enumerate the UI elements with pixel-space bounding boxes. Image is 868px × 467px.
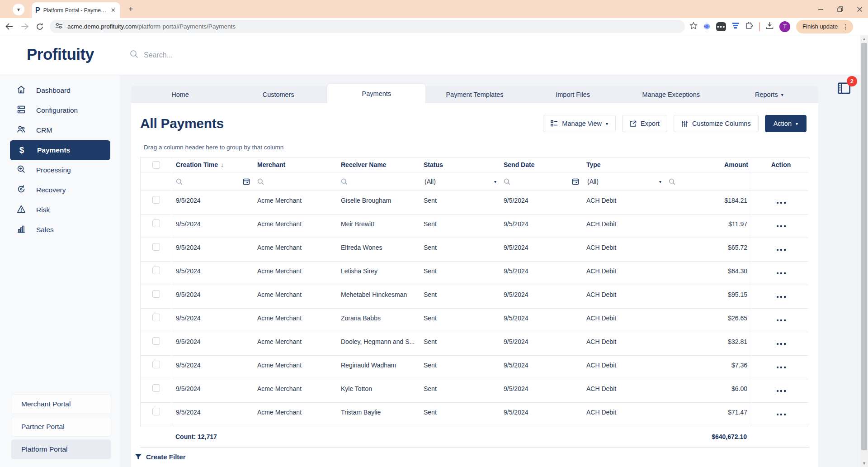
- filter-merchant[interactable]: [254, 172, 337, 191]
- new-tab-button[interactable]: +: [128, 5, 133, 14]
- row-checkbox[interactable]: [152, 219, 160, 227]
- extension-chip-icon[interactable]: ●●●: [716, 22, 726, 31]
- sidebar-item-risk[interactable]: Risk: [0, 200, 120, 220]
- extension-snowflake-icon[interactable]: ✺: [703, 22, 710, 32]
- cell-receiver-name: Zorana Babbs: [337, 309, 420, 332]
- window-minimize-button[interactable]: [818, 6, 824, 12]
- row-checkbox[interactable]: [152, 384, 160, 392]
- tab-manage-exceptions[interactable]: Manage Exceptions: [622, 86, 720, 103]
- row-checkbox[interactable]: [152, 290, 160, 298]
- tab-search-chevron-icon[interactable]: ▾: [13, 4, 24, 15]
- row-actions-button[interactable]: [777, 367, 786, 368]
- filter-creation-time[interactable]: [172, 172, 254, 191]
- column-header-amount[interactable]: Amount: [665, 157, 752, 172]
- row-checkbox[interactable]: [152, 267, 160, 274]
- notifications-panel-button[interactable]: 2: [835, 80, 855, 100]
- chevron-down-icon: ▾: [606, 121, 608, 126]
- cell-merchant: Acme Merchant: [254, 285, 337, 308]
- row-checkbox[interactable]: [152, 337, 160, 345]
- window-close-button[interactable]: [857, 6, 863, 12]
- cell-status: Sent: [420, 191, 500, 214]
- tab-reports[interactable]: Reports▾: [720, 86, 818, 103]
- downloads-icon[interactable]: [766, 22, 774, 31]
- cell-type: ACH Debit: [583, 403, 665, 426]
- calendar-icon[interactable]: [572, 178, 579, 185]
- back-button[interactable]: [3, 23, 15, 30]
- scroll-up-icon[interactable]: ▲: [860, 35, 868, 43]
- cell-type: ACH Debit: [583, 238, 665, 261]
- tab-customers[interactable]: Customers: [229, 86, 327, 103]
- browser-profile-avatar[interactable]: T: [779, 21, 790, 32]
- row-checkbox[interactable]: [152, 243, 160, 251]
- forward-button[interactable]: [18, 23, 31, 30]
- reload-button[interactable]: [33, 23, 46, 30]
- finish-update-button[interactable]: Finish update ⋮: [796, 20, 853, 33]
- cell-status: Sent: [420, 332, 500, 355]
- filter-status-dropdown[interactable]: (All)▾: [420, 172, 500, 191]
- platform-portal-button[interactable]: Platform Portal: [11, 440, 111, 459]
- table-row: 9/5/2024 Acme Merchant Kyle Totton Sent …: [141, 379, 809, 403]
- page-scrollbar[interactable]: ▲ ▼: [860, 35, 868, 467]
- filter-amount[interactable]: [665, 172, 752, 191]
- sidebar-item-sales[interactable]: Sales: [0, 220, 120, 240]
- kebab-menu-icon[interactable]: ⋮: [840, 23, 850, 30]
- browser-tab[interactable]: P Platform Portal - Payments - Pa ✕: [32, 2, 120, 18]
- filter-send-date[interactable]: [500, 172, 583, 191]
- column-header-creation-time[interactable]: Creation Time↓: [172, 157, 254, 172]
- row-actions-button[interactable]: [777, 225, 786, 227]
- url-text[interactable]: acme.demo.profituity.com/platform-portal…: [67, 23, 236, 30]
- sidebar-item-payments[interactable]: $ Payments: [10, 140, 110, 160]
- cell-send-date: 9/5/2024: [500, 238, 583, 261]
- sidebar-item-recovery[interactable]: Recovery: [0, 180, 120, 200]
- row-actions-button[interactable]: [777, 319, 786, 321]
- global-search-input[interactable]: Search...: [130, 50, 173, 60]
- merchant-portal-button[interactable]: Merchant Portal: [11, 395, 111, 414]
- calendar-icon[interactable]: [243, 178, 250, 185]
- column-header-receiver-name[interactable]: Receiver Name: [337, 157, 420, 172]
- row-checkbox[interactable]: [152, 196, 160, 204]
- site-settings-icon[interactable]: [55, 23, 63, 31]
- filter-receiver-name[interactable]: [337, 172, 420, 191]
- scrollbar-thumb[interactable]: [861, 43, 867, 450]
- row-actions-button[interactable]: [777, 272, 786, 274]
- row-actions-button[interactable]: [777, 249, 786, 251]
- extensions-puzzle-icon[interactable]: [745, 22, 753, 32]
- window-restore-button[interactable]: [837, 6, 843, 12]
- row-actions-button[interactable]: [777, 343, 786, 345]
- sidebar-label: Payments: [37, 146, 70, 154]
- row-checkbox[interactable]: [152, 408, 160, 415]
- sidebar-item-processing[interactable]: Processing: [0, 160, 120, 180]
- sidebar-item-crm[interactable]: CRM: [0, 120, 120, 140]
- cell-merchant: Acme Merchant: [254, 403, 337, 426]
- create-filter-button[interactable]: Create Filter: [131, 448, 818, 461]
- column-header-send-date[interactable]: Send Date: [500, 157, 583, 172]
- sidebar-item-configuration[interactable]: Configuration: [0, 100, 120, 120]
- extension-bars-icon[interactable]: [732, 22, 739, 31]
- select-all-checkbox[interactable]: [152, 161, 160, 169]
- tab-import-files[interactable]: Import Files: [524, 86, 622, 103]
- tab-close-icon[interactable]: ✕: [110, 7, 117, 14]
- scroll-down-icon[interactable]: ▼: [860, 460, 868, 467]
- row-checkbox[interactable]: [152, 314, 160, 321]
- bookmark-star-icon[interactable]: [689, 22, 698, 32]
- row-actions-button[interactable]: [777, 414, 786, 415]
- tab-payments[interactable]: Payments: [327, 84, 425, 103]
- tab-home[interactable]: Home: [131, 86, 229, 103]
- column-header-merchant[interactable]: Merchant: [254, 157, 337, 172]
- export-button[interactable]: Export: [622, 115, 667, 132]
- filter-type-dropdown[interactable]: (All)▾: [583, 172, 665, 191]
- tab-payment-templates[interactable]: Payment Templates: [425, 86, 524, 103]
- column-header-status[interactable]: Status: [420, 157, 500, 172]
- sidebar-item-dashboard[interactable]: Dashboard: [0, 81, 120, 100]
- row-actions-button[interactable]: [777, 296, 786, 298]
- row-actions-button[interactable]: [777, 202, 786, 204]
- manage-view-button[interactable]: Manage View▾: [543, 115, 616, 132]
- row-checkbox[interactable]: [152, 361, 160, 368]
- column-header-type[interactable]: Type: [583, 157, 665, 172]
- partner-portal-button[interactable]: Partner Portal: [11, 417, 111, 436]
- page-tabs: Home Customers Payments Payment Template…: [131, 86, 818, 103]
- customize-columns-button[interactable]: Customize Columns: [674, 115, 759, 132]
- row-actions-button[interactable]: [777, 390, 786, 392]
- action-button[interactable]: Action▾: [765, 115, 807, 132]
- url-bar[interactable]: acme.demo.profituity.com/platform-portal…: [50, 20, 685, 33]
